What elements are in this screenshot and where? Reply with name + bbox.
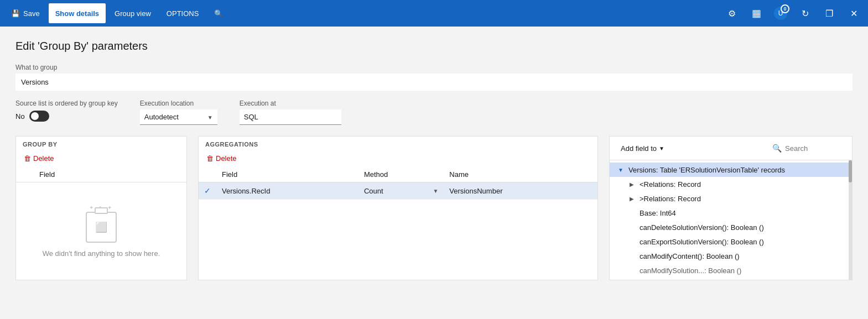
agg-check-header: [199, 167, 216, 182]
settings-icon-button[interactable]: ⚙: [722, 3, 742, 23]
aggregations-toolbar: 🗑 Delete: [199, 150, 597, 167]
tree-item-can-delete[interactable]: canDeleteSolutionVersion(): Boolean (): [610, 220, 852, 234]
group-by-panel: GROUP BY 🗑 Delete Field: [15, 136, 187, 280]
search-button[interactable]: 🔍: [207, 3, 230, 23]
agg-row-check: ✓: [199, 182, 216, 200]
group-view-button[interactable]: Group view: [108, 3, 158, 23]
method-cell-wrapper: Count ▼: [364, 187, 438, 195]
empty-message: We didn't find anything to show here.: [43, 249, 160, 258]
restore-icon: ❐: [825, 8, 833, 19]
tree-label: <Relations: Record: [640, 180, 701, 189]
group-view-label: Group view: [115, 9, 151, 18]
scrollbar-thumb[interactable]: [849, 160, 852, 182]
toggle-value: No: [15, 112, 25, 121]
user-icon-button[interactable]: U 0: [771, 3, 791, 23]
group-by-empty-state: ✦ ✦ ✦ ⬜ We didn't find anything to show …: [16, 182, 186, 280]
empty-icon-wrapper: ✦ ✦ ✦ ⬜: [86, 205, 117, 243]
office-icon: ▦: [752, 7, 761, 19]
save-icon: 💾: [11, 9, 20, 18]
show-details-button[interactable]: Show details: [49, 3, 106, 23]
empty-box-icon: ⬜: [86, 212, 117, 243]
agg-field-header: Field: [216, 167, 358, 182]
tree-item-versions[interactable]: ▼ Versions: Table 'ERSolutionVersionTabl…: [610, 163, 852, 177]
table-row[interactable]: ✓ Versions.RecId Count ▼ VersionsNumber: [199, 182, 597, 200]
source-ordered-group: Source list is ordered by group key No: [15, 100, 118, 122]
tree-item-base[interactable]: Base: Int64: [610, 206, 852, 220]
tree-label: Base: Int64: [640, 209, 676, 217]
execution-at-input[interactable]: [240, 109, 341, 125]
aggregations-panel: AGGREGATIONS 🗑 Delete Field Method Name: [198, 136, 598, 280]
agg-method-cell: Count ▼: [358, 182, 444, 200]
group-by-table: Field: [16, 167, 186, 182]
restore-button[interactable]: ❐: [819, 3, 839, 23]
expand-icon: ▶: [627, 194, 636, 203]
execution-location-group: Execution location Autodetect ▼: [140, 100, 217, 125]
agg-field-cell: Versions.RecId: [216, 182, 358, 200]
what-to-group-input[interactable]: [15, 74, 853, 91]
group-by-delete-button[interactable]: 🗑 Delete: [20, 152, 58, 165]
page-title: Edit 'Group By' parameters: [15, 40, 853, 53]
source-ordered-label: Source list is ordered by group key: [15, 100, 118, 107]
office-icon-button[interactable]: ▦: [746, 3, 766, 23]
panels-row: GROUP BY 🗑 Delete Field: [15, 136, 853, 280]
tree-label: >Relations: Record: [640, 195, 701, 203]
options-label: OPTIONS: [167, 9, 199, 18]
expand-icon: ▶: [627, 180, 636, 189]
save-label: Save: [23, 9, 40, 18]
aggregations-delete-button[interactable]: 🗑 Delete: [203, 152, 240, 165]
trash-icon: 🗑: [24, 154, 31, 163]
group-by-section-label: GROUP BY: [16, 137, 186, 150]
settings-icon: ⚙: [728, 8, 736, 19]
tree-container: ▼ Versions: Table 'ERSolutionVersionTabl…: [610, 160, 852, 280]
box-icon: ⬜: [95, 221, 107, 233]
execution-at-group: Execution at: [240, 100, 341, 125]
group-by-check-header: [16, 167, 34, 182]
tree-label: Versions: Table 'ERSolutionVersionTable'…: [628, 166, 785, 174]
tree-label: canDeleteSolutionVersion(): Boolean (): [640, 223, 764, 232]
tree-item-can-modify-solution[interactable]: canModifySolution...: Boolean (): [610, 263, 852, 278]
refresh-icon: ↻: [802, 8, 809, 19]
source-ordered-toggle[interactable]: [29, 111, 49, 122]
tree-item-can-export[interactable]: canExportSolutionVersion(): Boolean (): [610, 234, 852, 249]
tree-item-relations-out[interactable]: ▶ >Relations: Record: [610, 191, 852, 206]
delete-label: Delete: [216, 154, 237, 163]
tree-label: canExportSolutionVersion(): Boolean (): [640, 238, 764, 246]
field-panel-header: Add field to ▼ 🔍: [610, 137, 852, 160]
execution-location-select[interactable]: Autodetect: [140, 109, 217, 125]
tree-label: canModifySolution...: Boolean (): [640, 266, 741, 275]
left-panels: GROUP BY 🗑 Delete Field: [15, 136, 598, 280]
tree-item-relations-in[interactable]: ▶ <Relations: Record: [610, 177, 852, 191]
titlebar-right: ⚙ ▦ U 0 ↻ ❐ ✕: [722, 3, 864, 23]
refresh-button[interactable]: ↻: [795, 3, 815, 23]
main-content: Edit 'Group By' parameters What to group…: [0, 27, 868, 319]
aggregations-section-label: AGGREGATIONS: [199, 137, 597, 150]
group-by-toolbar: 🗑 Delete: [16, 150, 186, 167]
execution-location-label: Execution location: [140, 100, 217, 107]
agg-method-header: Method: [358, 167, 444, 182]
close-button[interactable]: ✕: [844, 3, 864, 23]
options-button[interactable]: OPTIONS: [160, 3, 206, 23]
add-field-label: Add field to: [621, 144, 657, 153]
search-box: 🔍: [767, 141, 845, 155]
save-button[interactable]: 💾 Save: [4, 3, 46, 23]
notification-badge: 0: [781, 4, 789, 13]
show-details-label: Show details: [55, 9, 99, 18]
method-chevron-icon: ▼: [433, 188, 438, 194]
what-to-group-label: What to group: [15, 64, 853, 71]
search-input[interactable]: [785, 144, 840, 153]
tree-item-can-modify-content[interactable]: canModifyContent(): Boolean (): [610, 249, 852, 263]
options-row: Source list is ordered by group key No E…: [15, 100, 853, 125]
titlebar: 💾 Save Show details Group view OPTIONS 🔍…: [0, 0, 868, 27]
field-panel: Add field to ▼ 🔍 ▼ Versions: Table 'ERSo…: [609, 136, 853, 280]
close-icon: ✕: [850, 8, 857, 19]
execution-location-select-wrapper: Autodetect ▼: [140, 109, 217, 125]
agg-name-header: Name: [444, 167, 597, 182]
add-field-button[interactable]: Add field to ▼: [616, 142, 669, 155]
search-icon: 🔍: [214, 9, 223, 18]
toggle-row: No: [15, 111, 118, 122]
group-by-field-header: Field: [34, 167, 186, 182]
method-value: Count: [364, 187, 383, 195]
trash-icon: 🗑: [206, 154, 214, 163]
execution-at-label: Execution at: [240, 100, 341, 107]
search-icon: 🔍: [772, 144, 782, 153]
